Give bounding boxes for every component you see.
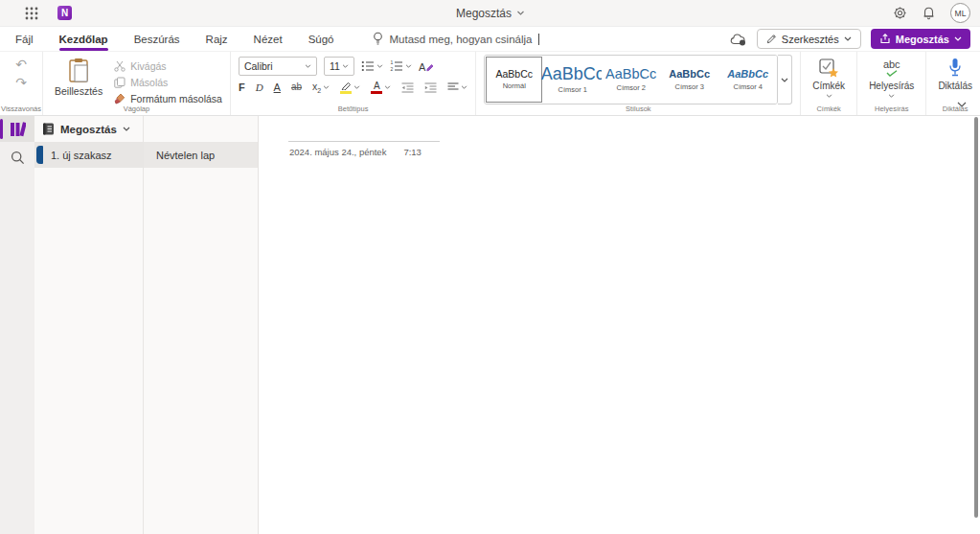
style-normal[interactable]: AaBbCc Normál: [485, 56, 543, 104]
tab-nezet[interactable]: Nézet: [254, 34, 283, 45]
tab-beszuras[interactable]: Beszúrás: [134, 34, 180, 45]
tab-rajz[interactable]: Rajz: [206, 34, 228, 45]
app-launcher-icon[interactable]: [25, 7, 38, 20]
top-bar: N Megosztás ML: [0, 0, 980, 27]
pages-panel: Névtelen lap: [144, 116, 259, 534]
page-canvas[interactable]: 2024. május 24., péntek 7:13: [259, 116, 980, 534]
section-color-marker: [36, 146, 43, 164]
style-heading3[interactable]: AaBbCc Címsor 3: [660, 56, 718, 104]
increase-indent-button[interactable]: [424, 82, 437, 93]
clipboard-icon: [68, 58, 89, 82]
share-icon: [879, 34, 891, 44]
chevron-down-icon: [844, 36, 852, 41]
subscript-button[interactable]: x2: [312, 81, 330, 94]
dictate-button[interactable]: Diktálás: [934, 57, 976, 103]
highlight-color-swatch: [340, 91, 352, 94]
spelling-button[interactable]: abc Helyesírás: [865, 57, 918, 103]
notebook-title-dropdown[interactable]: Megosztás: [456, 7, 524, 20]
vertical-scrollbar[interactable]: [974, 117, 978, 518]
numbered-list-button[interactable]: 12: [390, 60, 412, 72]
tags-group-label: Címkék: [801, 104, 856, 113]
font-color-button[interactable]: A: [371, 81, 391, 94]
chevron-down-icon: [516, 11, 524, 15]
lightbulb-icon: [373, 32, 383, 46]
app-title: Megosztás: [456, 7, 512, 20]
chevron-down-icon: [305, 64, 311, 68]
search-icon: [11, 151, 25, 165]
tab-kezdolap[interactable]: Kezdőlap: [59, 34, 108, 45]
notebooks-rail-button[interactable]: [0, 116, 34, 142]
abc-check-icon: abc: [883, 58, 900, 78]
ribbon: ↶ ↷ Visszavonás Beillesztés: [0, 52, 980, 116]
microphone-icon: [948, 58, 962, 78]
style-heading2[interactable]: AaBbCc Címsor 2: [602, 56, 660, 104]
highlighter-icon: [340, 81, 352, 90]
undo-group-label: Visszavonás: [0, 104, 42, 113]
underline-button[interactable]: A: [274, 81, 281, 94]
tags-button[interactable]: Címkék: [809, 57, 849, 103]
styles-pen-button[interactable]: A: [419, 60, 434, 73]
decrease-indent-button[interactable]: [401, 82, 414, 93]
font-size-combobox[interactable]: 11: [324, 57, 354, 76]
menubar-actions: Szerkesztés Megosztás: [730, 29, 970, 49]
cut-label: Kivágás: [130, 60, 166, 72]
notifications-bell-icon[interactable]: [923, 6, 935, 20]
dictate-group-label: Diktálás: [926, 104, 980, 113]
undo-button[interactable]: ↶: [15, 57, 27, 72]
styles-group-label: Stílusok: [476, 104, 800, 113]
edit-mode-button[interactable]: Szerkesztés: [757, 29, 861, 49]
highlight-color-button[interactable]: [340, 81, 360, 94]
bold-button[interactable]: F: [239, 81, 245, 94]
share-button-label: Megosztás: [896, 34, 949, 45]
dictate-button-label: Diktálás: [938, 81, 972, 91]
user-avatar[interactable]: ML: [950, 3, 970, 23]
chevron-down-icon: [323, 85, 330, 89]
format-painter-label: Formátum másolása: [130, 93, 222, 104]
tab-fajl[interactable]: Fájl: [15, 34, 34, 45]
style-heading1[interactable]: AaBbCc Címsor 1: [543, 56, 602, 104]
cut-button[interactable]: Kivágás: [114, 58, 222, 74]
style-heading4[interactable]: AaBbCc Címsor 4: [718, 56, 777, 104]
sync-status-cloud-icon[interactable]: [730, 33, 747, 46]
page-list-item[interactable]: Névtelen lap: [144, 142, 258, 168]
search-rail-button[interactable]: [11, 151, 25, 165]
tag-checkbox-star-icon: [818, 58, 839, 78]
font-family-combobox[interactable]: Calibri: [239, 57, 317, 76]
ribbon-collapse-button[interactable]: [957, 102, 967, 107]
notebook-header-dropdown[interactable]: Megosztás: [34, 116, 143, 142]
tab-sugo[interactable]: Súgó: [308, 34, 334, 45]
settings-gear-icon[interactable]: [893, 6, 907, 20]
spelling-group: abc Helyesírás Helyesírás: [857, 52, 926, 115]
library-books-icon: [10, 122, 26, 137]
chevron-down-icon: [123, 127, 130, 131]
section-title: 1. új szakasz: [51, 150, 112, 161]
section-list-item[interactable]: 1. új szakasz: [34, 142, 143, 168]
paste-button[interactable]: Beillesztés: [51, 57, 106, 98]
italic-button[interactable]: D: [256, 81, 263, 94]
workspace: Megosztás 1. új szakasz Névtelen lap 202…: [0, 116, 980, 534]
format-painter-icon: [114, 93, 125, 104]
page-meta: 2024. május 24., péntek 7:13: [289, 147, 422, 157]
onenote-logo-icon[interactable]: N: [57, 6, 72, 20]
tell-me-search[interactable]: Mutasd meg, hogyan csinálja: [373, 32, 540, 46]
copy-button[interactable]: Másolás: [114, 75, 222, 90]
dictate-group: Diktálás Diktálás: [926, 52, 980, 115]
svg-text:2: 2: [390, 66, 393, 72]
redo-button[interactable]: ↷: [15, 75, 27, 90]
bullet-list-icon: [361, 60, 375, 72]
page-date: 2024. május 24., péntek: [289, 147, 386, 157]
svg-text:A: A: [419, 61, 426, 73]
strikethrough-button[interactable]: ab: [291, 81, 302, 94]
bullet-list-button[interactable]: [361, 60, 383, 72]
letter-pen-icon: A: [419, 60, 434, 73]
alignment-button[interactable]: [447, 82, 467, 92]
styles-gallery-expand-button[interactable]: [778, 55, 792, 104]
tell-me-text: Mutasd meg, hogyan csinálja: [390, 34, 533, 45]
edit-button-label: Szerkesztés: [782, 34, 839, 45]
font-group-label: Betűtípus: [231, 104, 475, 113]
chevron-down-icon: [461, 85, 467, 89]
chevron-down-icon: [353, 85, 360, 89]
chevron-down-icon: [384, 85, 391, 89]
page-time: 7:13: [403, 147, 422, 157]
share-button[interactable]: Megosztás: [871, 29, 970, 49]
